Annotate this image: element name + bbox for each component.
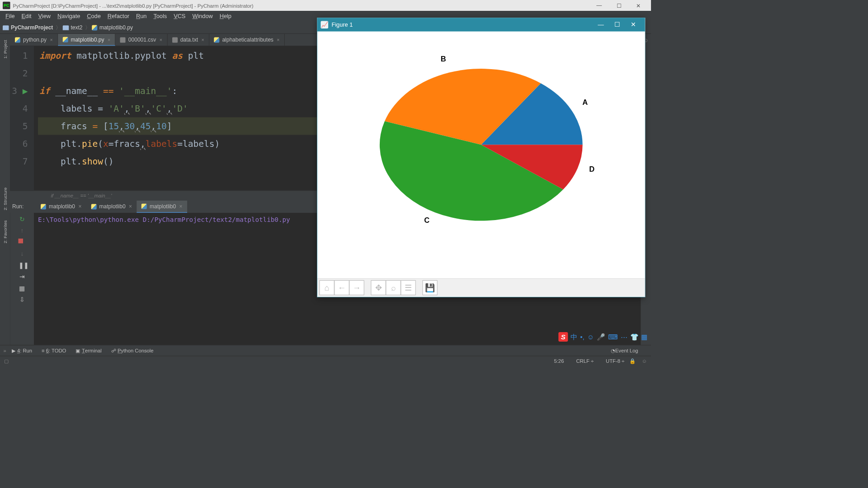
folder-icon (3, 25, 9, 30)
figure-close-button[interactable]: ✕ (625, 21, 642, 29)
menu-tools[interactable]: Tools (150, 13, 170, 20)
tray-icon[interactable]: ☺ (587, 333, 594, 341)
menu-edit[interactable]: Edit (18, 13, 35, 20)
close-tab-icon[interactable]: × (179, 203, 183, 210)
menu-run[interactable]: Run (132, 13, 150, 20)
event-log-label: Event Log (615, 348, 638, 354)
figure-canvas[interactable]: ABCD (317, 32, 645, 278)
menu-navigate[interactable]: Navigate (54, 13, 83, 20)
layout-button[interactable]: ▦ (19, 285, 26, 292)
breadcrumb-folder[interactable]: text2 (62, 24, 82, 31)
editor-tab-000001-csv[interactable]: 000001.csv× (115, 34, 167, 46)
pie-label-C: C (424, 216, 429, 224)
python-file-icon (62, 37, 68, 42)
close-button[interactable]: ✕ (629, 2, 649, 9)
figure-title: Figure 1 (332, 21, 593, 28)
figure-maximize-button[interactable]: ☐ (609, 21, 625, 29)
text-file-icon (172, 37, 178, 42)
run-tab-2[interactable]: matplotlib0× (137, 201, 188, 213)
breadcrumb-folder-label: text2 (71, 24, 82, 31)
bottom-tool-6-todo[interactable]: ≡ 6: TODO (42, 347, 66, 353)
save-icon[interactable]: 💾 (423, 280, 438, 295)
editor-tab-alphabeticalattributes[interactable]: alphabeticalattributes× (209, 34, 285, 46)
breadcrumb-project[interactable]: PyCharmProject (3, 24, 53, 31)
tray-icon[interactable]: ▦ (641, 333, 647, 341)
tray-icon[interactable]: •, (580, 333, 584, 341)
editor-tab-matplotlib0-py[interactable]: matplotlib0.py× (58, 34, 115, 46)
pan-icon[interactable]: ✥ (371, 280, 386, 295)
python-file-icon (214, 37, 219, 42)
pie-label-B: B (441, 55, 446, 63)
python-file-icon (91, 204, 97, 210)
window-title-bar: PC PyCharmProject [D:\PyCharmProject] - … (0, 0, 651, 11)
tray-icon[interactable]: ⌨ (608, 333, 618, 341)
bottom-tool-4-run[interactable]: ▶ 4: Run (12, 347, 32, 354)
configure-icon[interactable]: ☰ (401, 280, 416, 295)
python-file-icon (41, 204, 46, 210)
breadcrumb-project-label: PyCharmProject (11, 24, 53, 31)
run-tab-1[interactable]: matplotlib0× (86, 201, 137, 213)
tool-structure[interactable]: 2: Structure (3, 188, 8, 210)
editor-tab-data-txt[interactable]: data.txt× (167, 34, 209, 46)
tray-icon[interactable]: 👕 (630, 333, 639, 341)
breadcrumb-file[interactable]: matplotlib0.py (92, 24, 133, 31)
home-icon[interactable]: ⌂ (320, 280, 335, 295)
run-tab-0[interactable]: matplotlib0× (36, 201, 87, 213)
up-button[interactable]: ↑ (19, 227, 26, 235)
python-file-icon (92, 25, 97, 30)
bottom-tool-strip: » ▶ 4: Run≡ 6: TODO▣ Terminal☍ Python Co… (0, 345, 651, 356)
close-tab-icon[interactable]: × (202, 37, 204, 42)
rerun-button[interactable]: ↻ (19, 216, 26, 223)
menu-view[interactable]: View (35, 13, 54, 20)
menu-window[interactable]: Window (189, 13, 216, 20)
bottom-tool-terminal[interactable]: ▣ Terminal (75, 347, 101, 354)
event-log-button[interactable]: ◔ Event Log (611, 347, 638, 354)
wrap-button[interactable]: ⇥ (19, 273, 26, 281)
hector-icon[interactable]: ☺ (642, 358, 647, 364)
back-icon[interactable]: ← (335, 280, 349, 295)
zoom-icon[interactable]: ⌕ (386, 280, 401, 295)
run-label: Run: (12, 204, 36, 210)
close-tab-icon[interactable]: × (277, 37, 279, 42)
close-tab-icon[interactable]: × (79, 204, 82, 210)
down-button[interactable]: ↓ (19, 250, 26, 258)
figure-toolbar: ⌂ ← → ✥ ⌕ ☰ 💾 (317, 278, 645, 297)
line-gutter: 123 ▶4567 (10, 46, 34, 191)
close-tab-icon[interactable]: × (108, 37, 110, 42)
minimize-button[interactable]: — (590, 2, 609, 9)
menu-file[interactable]: File (2, 13, 19, 20)
menu-refactor[interactable]: Refactor (104, 13, 132, 20)
pie-label-D: D (589, 165, 594, 173)
forward-icon[interactable]: → (349, 280, 364, 295)
export-button[interactable]: ⇩ (19, 296, 26, 304)
app-icon: PC (3, 2, 10, 9)
tray-icon[interactable]: 中 (571, 332, 577, 341)
close-tab-icon[interactable]: × (50, 37, 53, 42)
figure-minimize-button[interactable]: — (593, 21, 609, 28)
maximize-button[interactable]: ☐ (609, 2, 629, 9)
editor-tab-python-py[interactable]: python.py× (10, 34, 58, 46)
lock-icon[interactable]: 🔒 (629, 358, 636, 364)
tray-icon[interactable]: ⋯ (621, 333, 627, 341)
cursor-position: 5:26 (554, 358, 564, 364)
collapse-icon[interactable]: » (4, 348, 6, 354)
sogou-icon[interactable]: S (558, 332, 568, 342)
tray-icon[interactable]: 🎤 (597, 333, 605, 341)
status-icon: ▢ (4, 358, 9, 364)
stop-button[interactable] (19, 239, 26, 246)
tool-favorites[interactable]: 2: Favorites (3, 221, 8, 244)
left-tool-strip: 1: Project 2: Structure 2: Favorites (0, 34, 10, 345)
close-tab-icon[interactable]: × (129, 204, 132, 210)
line-ending[interactable]: CRLF ÷ (570, 358, 594, 364)
python-file-icon (15, 37, 20, 42)
menu-help[interactable]: Help (216, 13, 235, 20)
encoding[interactable]: UTF-8 ÷ (600, 358, 625, 364)
python-file-icon (142, 204, 147, 209)
menu-code[interactable]: Code (84, 13, 104, 20)
pause-button[interactable]: ❚❚ (19, 262, 26, 269)
figure-title-bar: 📈 Figure 1 — ☐ ✕ (317, 18, 645, 32)
menu-vcs[interactable]: VCS (170, 13, 189, 20)
tool-project[interactable]: 1: Project (3, 40, 8, 59)
close-tab-icon[interactable]: × (160, 37, 162, 42)
bottom-tool-python-console[interactable]: ☍ Python Console (111, 347, 154, 354)
